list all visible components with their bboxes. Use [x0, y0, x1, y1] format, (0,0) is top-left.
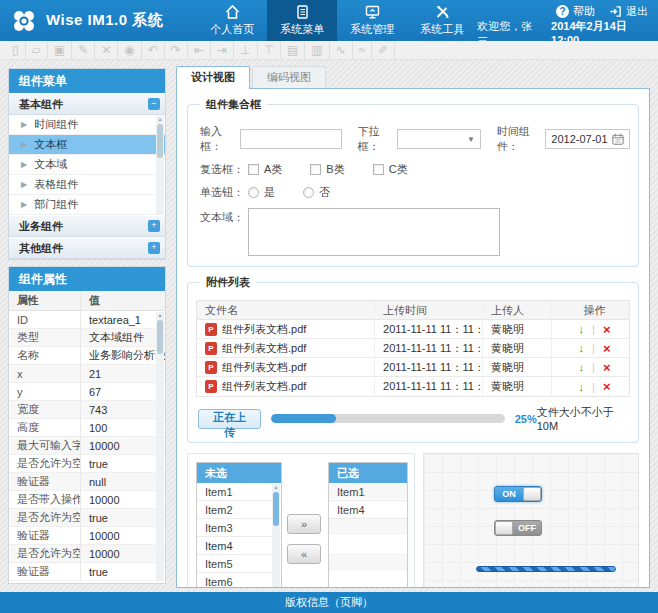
align-right-icon[interactable]: ⇥: [211, 42, 234, 59]
expand-icon[interactable]: +: [148, 220, 160, 232]
curve-icon[interactable]: ∿: [330, 42, 353, 59]
new-file-icon[interactable]: ▯: [6, 42, 26, 59]
delete-icon[interactable]: ×: [603, 362, 611, 373]
move-right-button[interactable]: »: [287, 514, 321, 534]
list-item[interactable]: Item1: [329, 483, 407, 501]
import-doc-icon[interactable]: ▥: [305, 42, 329, 59]
help-link[interactable]: ? 帮助: [556, 4, 595, 19]
radio-option[interactable]: 是: [248, 185, 275, 200]
uploading-button[interactable]: 正在上传: [198, 409, 261, 429]
checkbox-icon[interactable]: [373, 164, 384, 175]
prop-row[interactable]: 类型 文本域组件: [9, 329, 165, 347]
list-item[interactable]: Item2: [197, 501, 281, 519]
prop-row[interactable]: y 67: [9, 383, 165, 401]
nav-item-system-manage[interactable]: 系统管理: [337, 0, 407, 41]
save-icon[interactable]: ▣: [48, 42, 72, 59]
date-input[interactable]: 2012-07-01: [545, 129, 630, 149]
menu-scrollbar[interactable]: ▲: [156, 116, 164, 214]
list-item[interactable]: Item4: [329, 501, 407, 519]
file-name[interactable]: 组件列表文档.pdf: [222, 341, 306, 356]
checkbox-icon[interactable]: [248, 164, 259, 175]
export-doc-icon[interactable]: ▤: [281, 42, 305, 59]
download-icon[interactable]: ↓: [579, 323, 585, 335]
prop-row[interactable]: 是否允许为空 10000: [9, 545, 165, 563]
download-icon[interactable]: ↓: [579, 361, 585, 373]
radio-icon[interactable]: [248, 187, 259, 198]
collapse-icon[interactable]: −: [148, 98, 160, 110]
logout-link[interactable]: 退出: [609, 4, 648, 19]
prop-row[interactable]: 验证器 true: [9, 563, 165, 581]
toggle-on[interactable]: ON: [494, 486, 542, 502]
toggle-knob[interactable]: [495, 521, 513, 535]
radio-group-label: 单选钮：: [200, 185, 244, 200]
component-menu-item[interactable]: ▶ 文本框: [9, 135, 165, 155]
props-scrollbar[interactable]: ▲: [156, 312, 164, 580]
prop-row[interactable]: x 21: [9, 365, 165, 383]
prop-row[interactable]: 验证器 10000: [9, 527, 165, 545]
open-folder-icon[interactable]: ▱: [26, 42, 48, 59]
text-input[interactable]: [240, 129, 342, 149]
prop-row[interactable]: 高度 100: [9, 419, 165, 437]
delete-icon[interactable]: ×: [603, 343, 611, 354]
list-scrollbar[interactable]: ▲: [272, 484, 280, 588]
checkbox-option[interactable]: C类: [373, 162, 408, 177]
radio-option[interactable]: 否: [303, 185, 330, 200]
prop-row[interactable]: 最大可输入字符数 10000: [9, 437, 165, 455]
tab-design-view[interactable]: 设计视图: [176, 66, 250, 89]
checkbox-option[interactable]: A类: [248, 162, 282, 177]
edit-icon[interactable]: ✎: [72, 42, 95, 59]
pencil-icon[interactable]: ✐: [372, 42, 395, 59]
expand-icon[interactable]: +: [148, 242, 160, 254]
list-item[interactable]: Item3: [197, 519, 281, 537]
component-menu-item[interactable]: ▶ 时间组件: [9, 115, 165, 135]
line-chart-icon[interactable]: ≈: [353, 42, 373, 59]
file-name[interactable]: 组件列表文档.pdf: [222, 379, 306, 394]
undo-icon[interactable]: ↶: [142, 42, 165, 59]
list-item[interactable]: Item6: [197, 573, 281, 588]
checkbox-icon[interactable]: [310, 164, 321, 175]
prop-row[interactable]: ID textarea_1: [9, 311, 165, 329]
delete-icon[interactable]: ✕: [95, 42, 118, 59]
align-left-icon[interactable]: ⇤: [188, 42, 211, 59]
publish-icon[interactable]: ◉: [118, 42, 141, 59]
dropdown-select[interactable]: ▼: [397, 129, 481, 149]
download-icon[interactable]: ↓: [579, 381, 585, 393]
nav-item-personal-home[interactable]: 个人首页: [197, 0, 267, 41]
list-item[interactable]: Item1: [197, 483, 281, 501]
list-item[interactable]: Item4: [197, 537, 281, 555]
main-area: 设计视图 编码视图 组件集合框 输入框： 下拉框： ▼ 时间组件： 2012-0…: [176, 66, 650, 588]
prop-row[interactable]: 验证器 null: [9, 473, 165, 491]
section-basic-components[interactable]: 基本组件 −: [9, 93, 165, 115]
download-icon[interactable]: ↓: [579, 342, 585, 354]
section-business-components[interactable]: 业务组件 +: [9, 215, 165, 237]
list-item[interactable]: Item5: [197, 555, 281, 573]
nav-item-system-menu[interactable]: 系统菜单: [267, 0, 337, 41]
move-left-button[interactable]: «: [287, 544, 321, 564]
delete-icon[interactable]: ×: [603, 324, 611, 335]
component-menu-panel: 组件菜单 基本组件 − ▶ 时间组件 ▶ 文本框 ▶ 文本域 ▶ 表格组件 ▶ …: [8, 68, 166, 260]
prop-row[interactable]: 是否允许为空 true: [9, 509, 165, 527]
align-bottom-icon[interactable]: ⊥: [234, 42, 257, 59]
prop-row[interactable]: 是否允许为空 true: [9, 455, 165, 473]
file-name[interactable]: 组件列表文档.pdf: [222, 322, 306, 337]
calendar-icon[interactable]: [612, 133, 624, 145]
prop-row[interactable]: 是否带入操作原因 10000: [9, 491, 165, 509]
redo-icon[interactable]: ↷: [165, 42, 188, 59]
component-menu-item[interactable]: ▶ 文本域: [9, 155, 165, 175]
toggle-off[interactable]: OFF: [494, 520, 542, 536]
radio-icon[interactable]: [303, 187, 314, 198]
nav-item-system-tools[interactable]: 系统工具: [407, 0, 477, 41]
prop-row[interactable]: 宽度 743: [9, 401, 165, 419]
align-top-icon[interactable]: ⊤: [258, 42, 281, 59]
section-other-components[interactable]: 其他组件 +: [9, 237, 165, 259]
textarea-input[interactable]: [248, 208, 500, 256]
delete-icon[interactable]: ×: [603, 381, 611, 392]
toggle-knob[interactable]: [523, 487, 541, 501]
component-menu-item[interactable]: ▶ 表格组件: [9, 175, 165, 195]
tab-code-view[interactable]: 编码视图: [252, 66, 326, 88]
design-view-panel: 组件集合框 输入框： 下拉框： ▼ 时间组件： 2012-07-01: [176, 88, 650, 588]
component-menu-item[interactable]: ▶ 部门组件: [9, 195, 165, 215]
file-name[interactable]: 组件列表文档.pdf: [222, 360, 306, 375]
prop-row[interactable]: 名称 业务影响分析说明: [9, 347, 165, 365]
checkbox-option[interactable]: B类: [310, 162, 344, 177]
